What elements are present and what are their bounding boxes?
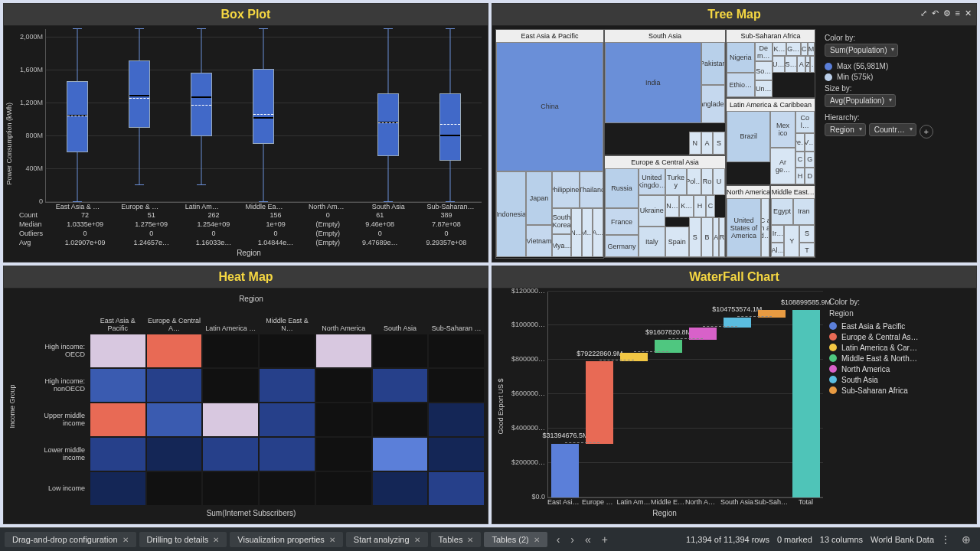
hm-cell[interactable]: [202, 403, 259, 437]
tm-region-header[interactable]: South Asia: [605, 30, 725, 43]
hm-cell[interactable]: [146, 471, 203, 506]
hm-cell[interactable]: [146, 403, 203, 437]
tm-cell[interactable]: C: [795, 152, 805, 168]
tm-cell[interactable]: N: [689, 132, 701, 154]
tm-cell[interactable]: Germany: [605, 235, 639, 257]
list-icon[interactable]: ≡: [956, 8, 960, 18]
tm-cell[interactable]: Y: [784, 225, 799, 258]
wf-bar[interactable]: [551, 444, 579, 498]
tm-cell[interactable]: China: [496, 42, 603, 171]
tm-region-header[interactable]: East Asia & Pacific: [496, 30, 603, 43]
tab-close-icon[interactable]: ✕: [213, 536, 219, 544]
hm-cell[interactable]: [259, 403, 315, 437]
tm-cell[interactable]: B…: [810, 56, 815, 73]
up-icon[interactable]: «: [580, 533, 596, 546]
treemap-chart[interactable]: East Asia & PacificChinaIndonesiaJapanPh…: [495, 29, 815, 259]
tm-cell[interactable]: S…: [785, 56, 797, 73]
tm-cell[interactable]: D: [805, 168, 815, 184]
tm-cell[interactable]: Russia: [605, 168, 639, 209]
hm-cell[interactable]: [259, 368, 315, 403]
tm-cell[interactable]: United States of America: [727, 198, 761, 258]
tm-cell[interactable]: Al…: [771, 243, 784, 257]
hm-cell[interactable]: [428, 437, 485, 471]
tm-cell[interactable]: M…: [582, 208, 593, 258]
tm-cell[interactable]: M: [808, 42, 815, 56]
tm-cell[interactable]: Pe…: [795, 133, 805, 152]
tm-cell[interactable]: India: [605, 42, 701, 123]
hierarchy-country[interactable]: Countr…: [869, 123, 916, 136]
hierarchy-region[interactable]: Region: [825, 123, 866, 136]
tm-cell[interactable]: Iran: [793, 198, 815, 225]
tm-cell[interactable]: Mex ico: [770, 111, 795, 148]
wf-legend-item[interactable]: Latin America & Car…: [829, 344, 967, 352]
hm-cell[interactable]: [146, 437, 203, 471]
hm-cell[interactable]: [428, 368, 485, 403]
tm-region-header[interactable]: Latin America & Caribbean: [727, 99, 815, 112]
more-icon[interactable]: ⋮: [936, 533, 956, 546]
hm-cell[interactable]: [315, 368, 372, 403]
next-icon[interactable]: ›: [566, 533, 579, 546]
colorby-select[interactable]: Sum(Population): [825, 44, 898, 57]
hm-cell[interactable]: [90, 368, 146, 403]
tm-cell[interactable]: United Kingdo…: [639, 168, 665, 195]
tm-cell[interactable]: H: [795, 168, 805, 184]
hm-cell[interactable]: [202, 368, 259, 403]
tm-cell[interactable]: So…: [755, 61, 773, 80]
tm-cell[interactable]: K…: [773, 42, 786, 56]
tm-cell[interactable]: Pakistan: [701, 42, 725, 85]
tm-region-header[interactable]: Sub-Saharan Africa: [727, 30, 815, 43]
tm-cell[interactable]: Ro: [701, 168, 714, 195]
tm-cell[interactable]: U…: [773, 56, 785, 73]
hm-cell[interactable]: [202, 334, 259, 368]
close-icon[interactable]: ✕: [965, 8, 972, 18]
wf-legend-item[interactable]: Europe & Central As…: [829, 333, 967, 341]
tm-cell[interactable]: S: [799, 225, 815, 243]
hm-cell[interactable]: [372, 437, 429, 471]
undo-icon[interactable]: ↶: [932, 8, 939, 18]
hm-cell[interactable]: [146, 334, 203, 368]
tm-cell[interactable]: C a n a d…: [761, 198, 769, 258]
tm-cell[interactable]: S: [713, 132, 725, 154]
tm-cell[interactable]: V…: [805, 133, 815, 152]
tm-cell[interactable]: R: [719, 217, 725, 258]
tab[interactable]: Drilling to details✕: [139, 532, 227, 547]
tm-cell[interactable]: B: [701, 217, 714, 258]
tm-cell[interactable]: C: [801, 42, 808, 56]
tab-close-icon[interactable]: ✕: [534, 536, 540, 544]
tm-region-header[interactable]: North America: [727, 186, 770, 199]
tm-cell[interactable]: Ir…: [771, 225, 784, 243]
tm-cell[interactable]: G: [805, 152, 815, 168]
tm-cell[interactable]: Mya…: [552, 234, 571, 258]
tab-close-icon[interactable]: ✕: [329, 536, 335, 544]
wf-bar[interactable]: [792, 310, 820, 497]
tm-cell[interactable]: N…: [571, 208, 582, 258]
tab[interactable]: Start analyzing✕: [346, 532, 428, 547]
hm-cell[interactable]: [315, 334, 372, 368]
add-tab-icon[interactable]: +: [597, 533, 612, 546]
hm-cell[interactable]: [315, 437, 372, 471]
tm-cell[interactable]: Brazil: [727, 111, 771, 162]
tm-cell[interactable]: T: [799, 243, 815, 257]
tm-cell[interactable]: Bangladesh: [701, 85, 725, 123]
tm-cell[interactable]: De m…: [755, 42, 773, 61]
tm-cell[interactable]: H: [694, 195, 706, 217]
tm-cell[interactable]: Ar ge…: [770, 148, 795, 184]
hm-cell[interactable]: [259, 471, 315, 506]
tm-cell[interactable]: Egypt: [771, 198, 792, 225]
tab[interactable]: Tables (2)✕: [484, 532, 547, 547]
hm-cell[interactable]: [428, 471, 485, 506]
tab-close-icon[interactable]: ✕: [122, 536, 129, 544]
tm-cell[interactable]: N…: [665, 195, 680, 217]
tm-cell[interactable]: Spain: [665, 227, 689, 258]
hm-cell[interactable]: [372, 368, 429, 403]
wf-legend-item[interactable]: East Asia & Pacific: [829, 322, 967, 331]
tm-cell[interactable]: A: [713, 217, 719, 258]
tab-close-icon[interactable]: ✕: [414, 536, 420, 544]
tm-cell[interactable]: Nigeria: [727, 42, 755, 73]
tm-cell[interactable]: South Korea: [552, 208, 571, 234]
gear-icon[interactable]: ⚙: [943, 8, 951, 18]
tm-cell[interactable]: A: [797, 56, 806, 73]
tab-close-icon[interactable]: ✕: [467, 536, 473, 544]
tm-region-header[interactable]: Europe & Central Asia: [605, 156, 725, 169]
boxplot-chart[interactable]: 0400M800M1,200M1,600M2,000M: [45, 29, 482, 203]
